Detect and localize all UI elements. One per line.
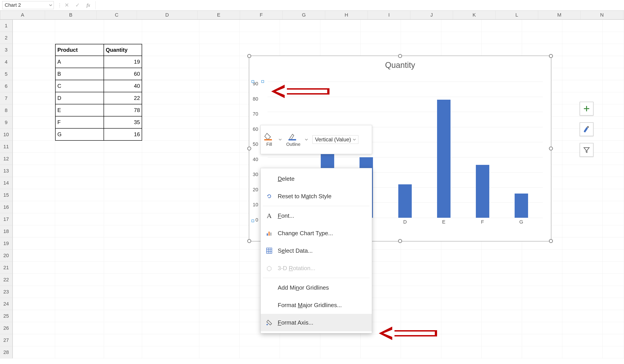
column-header[interactable]: K (453, 11, 495, 19)
cell[interactable] (401, 262, 441, 274)
name-box[interactable]: Chart 2 (2, 1, 54, 9)
cell[interactable] (200, 80, 240, 92)
cell[interactable] (142, 334, 199, 346)
row-header[interactable]: 19 (0, 238, 13, 249)
cell[interactable] (522, 44, 562, 56)
cell[interactable] (13, 68, 55, 80)
bar[interactable] (515, 194, 528, 218)
cell[interactable] (142, 80, 199, 92)
cell[interactable] (482, 32, 522, 44)
cell[interactable] (522, 346, 562, 358)
cell[interactable] (55, 262, 104, 274)
cell[interactable] (55, 213, 104, 225)
row-header[interactable]: 20 (0, 249, 13, 262)
cell[interactable] (240, 20, 280, 32)
chart-filters-button[interactable] (580, 143, 594, 157)
cell[interactable] (104, 201, 142, 213)
cell[interactable] (482, 262, 522, 274)
cell[interactable] (142, 298, 199, 310)
cell[interactable] (280, 346, 320, 358)
row-header[interactable]: 28 (0, 346, 13, 358)
cell[interactable] (13, 213, 55, 225)
cell[interactable] (104, 213, 142, 225)
row-header[interactable]: 16 (0, 201, 13, 213)
cell[interactable] (142, 177, 199, 189)
column-header[interactable]: B (45, 11, 97, 19)
cell[interactable] (142, 346, 199, 358)
cell[interactable] (13, 262, 55, 274)
cell[interactable] (603, 346, 624, 358)
cell[interactable] (562, 249, 603, 262)
cell[interactable] (603, 141, 624, 153)
cell[interactable] (320, 20, 361, 32)
cell[interactable]: E (55, 104, 104, 117)
cell[interactable] (562, 56, 603, 68)
row-header[interactable]: 25 (0, 310, 13, 322)
cell[interactable]: 16 (104, 129, 142, 141)
cell[interactable] (142, 238, 199, 249)
cell[interactable] (55, 334, 104, 346)
cell[interactable] (142, 225, 199, 238)
resize-handle[interactable] (549, 146, 553, 150)
row-header[interactable]: 3 (0, 44, 13, 56)
cell[interactable] (13, 249, 55, 262)
cell[interactable] (13, 44, 55, 56)
cell[interactable] (13, 153, 55, 165)
cell[interactable]: F (55, 117, 104, 129)
cell[interactable]: 60 (104, 68, 142, 80)
cell[interactable] (240, 334, 280, 346)
cell[interactable]: Quantity (104, 44, 142, 56)
cell[interactable] (104, 310, 142, 322)
cell[interactable] (482, 310, 522, 322)
row-header[interactable]: 1 (0, 20, 13, 32)
cell[interactable] (441, 274, 482, 286)
bar[interactable] (437, 100, 450, 218)
cell[interactable] (200, 104, 240, 117)
cell[interactable] (13, 56, 55, 68)
cell[interactable] (13, 104, 55, 117)
cell[interactable] (55, 310, 104, 322)
cell[interactable] (562, 346, 603, 358)
bar[interactable] (476, 165, 489, 218)
cell[interactable] (482, 334, 522, 346)
cell[interactable] (482, 274, 522, 286)
chart-title[interactable]: Quantity (249, 56, 551, 72)
cell[interactable] (200, 129, 240, 141)
cell[interactable] (55, 20, 104, 32)
resize-handle[interactable] (549, 239, 553, 243)
cell[interactable] (320, 32, 361, 44)
cell[interactable] (603, 165, 624, 177)
cell[interactable] (13, 238, 55, 249)
cell[interactable] (522, 310, 562, 322)
select-all-corner[interactable] (0, 11, 0, 19)
cell[interactable] (320, 346, 361, 358)
chart-styles-button[interactable] (580, 122, 594, 136)
outline-button[interactable]: Outline (286, 132, 300, 147)
resize-handle[interactable] (247, 239, 251, 243)
cell[interactable] (562, 189, 603, 201)
column-header[interactable]: D (137, 11, 197, 19)
cell[interactable] (104, 177, 142, 189)
row-header[interactable]: 9 (0, 117, 13, 129)
cell[interactable] (522, 274, 562, 286)
menu-delete[interactable]: Delete (261, 170, 372, 188)
fx-icon[interactable]: fx (85, 1, 92, 9)
cell[interactable] (200, 117, 240, 129)
cell[interactable] (55, 298, 104, 310)
cell[interactable] (603, 310, 624, 322)
resize-handle[interactable] (247, 146, 251, 150)
cell[interactable] (199, 286, 240, 298)
cell[interactable] (401, 286, 441, 298)
cell[interactable] (562, 310, 603, 322)
row-header[interactable]: 4 (0, 56, 13, 68)
cell[interactable] (142, 68, 199, 80)
cell[interactable] (142, 20, 199, 32)
cell[interactable] (142, 189, 199, 201)
cell[interactable] (13, 298, 55, 310)
cell[interactable]: 78 (104, 104, 142, 117)
cell[interactable] (562, 44, 603, 56)
cell[interactable] (200, 68, 240, 80)
cell[interactable] (104, 32, 142, 44)
cell[interactable] (441, 249, 482, 262)
menu-font[interactable]: A Font... (261, 207, 372, 224)
